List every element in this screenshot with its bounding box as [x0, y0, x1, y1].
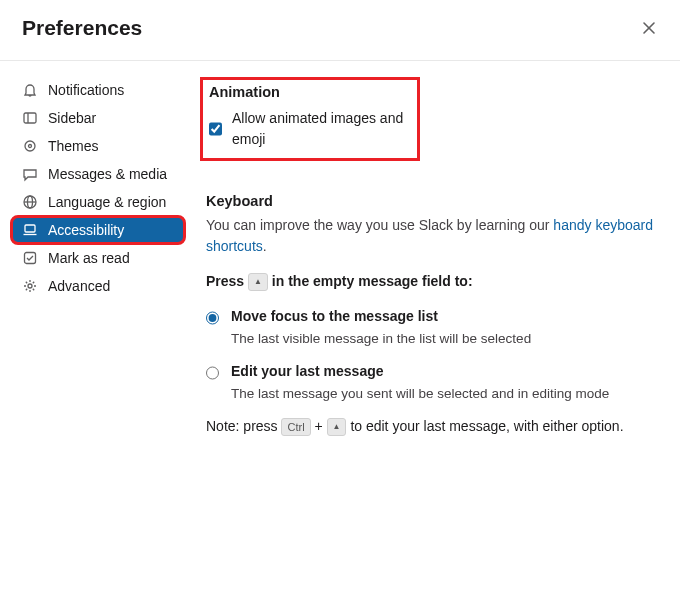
- animation-heading: Animation: [209, 82, 411, 104]
- edit-last-label: Edit your last message: [231, 361, 384, 382]
- svg-point-4: [25, 141, 35, 151]
- press-line: Press ▲ in the empty message field to:: [206, 271, 656, 292]
- globe-icon: [22, 194, 38, 210]
- sidebar-item-label: Messages & media: [48, 166, 167, 182]
- radio-option-move-focus[interactable]: Move focus to the message list: [206, 306, 656, 327]
- up-arrow-key: ▲: [248, 273, 268, 291]
- up-arrow-key-2: ▲: [327, 418, 347, 436]
- move-focus-label: Move focus to the message list: [231, 306, 438, 327]
- keyboard-heading: Keyboard: [206, 191, 656, 213]
- svg-point-12: [28, 284, 32, 288]
- laptop-icon: [22, 222, 38, 238]
- sidebar-item-notifications[interactable]: Notifications: [12, 77, 184, 103]
- sidebar-item-label: Sidebar: [48, 110, 96, 126]
- sidebar-item-label: Language & region: [48, 194, 166, 210]
- ctrl-key: Ctrl: [281, 418, 310, 436]
- move-focus-hint: The last visible message in the list wil…: [231, 329, 656, 349]
- sidebar-item-mark-as-read[interactable]: Mark as read: [12, 245, 184, 271]
- panel-icon: [22, 110, 38, 126]
- gear-icon: [22, 278, 38, 294]
- sidebar-item-messages-media[interactable]: Messages & media: [12, 161, 184, 187]
- sidebar-item-label: Themes: [48, 138, 99, 154]
- sidebar-item-sidebar[interactable]: Sidebar: [12, 105, 184, 131]
- sidebar: Notifications Sidebar Themes Messages & …: [0, 77, 192, 437]
- svg-rect-9: [25, 225, 35, 232]
- sidebar-item-label: Accessibility: [48, 222, 124, 238]
- sidebar-item-accessibility[interactable]: Accessibility: [12, 217, 184, 243]
- close-button[interactable]: [640, 19, 658, 37]
- move-focus-radio[interactable]: [206, 309, 219, 327]
- header: Preferences: [0, 0, 680, 61]
- allow-animated-label: Allow animated images and emoji: [232, 108, 411, 150]
- animation-checkbox-row[interactable]: Allow animated images and emoji: [209, 108, 411, 150]
- sidebar-item-label: Notifications: [48, 82, 124, 98]
- bell-icon: [22, 82, 38, 98]
- sidebar-item-label: Advanced: [48, 278, 110, 294]
- keyboard-intro: You can improve the way you use Slack by…: [206, 215, 656, 257]
- sidebar-item-language-region[interactable]: Language & region: [12, 189, 184, 215]
- animation-section: Animation Allow animated images and emoj…: [200, 77, 420, 161]
- allow-animated-checkbox[interactable]: [209, 122, 222, 136]
- edit-last-hint: The last message you sent will be select…: [231, 384, 656, 404]
- eye-icon: [22, 138, 38, 154]
- keyboard-section: Keyboard You can improve the way you use…: [206, 191, 656, 437]
- sidebar-item-advanced[interactable]: Advanced: [12, 273, 184, 299]
- svg-rect-11: [25, 253, 36, 264]
- radio-option-edit-last[interactable]: Edit your last message: [206, 361, 656, 382]
- sidebar-item-label: Mark as read: [48, 250, 130, 266]
- page-title: Preferences: [22, 16, 142, 40]
- check-icon: [22, 250, 38, 266]
- close-icon: [642, 21, 656, 35]
- svg-point-5: [29, 145, 32, 148]
- sidebar-item-themes[interactable]: Themes: [12, 133, 184, 159]
- svg-rect-2: [24, 113, 36, 123]
- message-icon: [22, 166, 38, 182]
- main-panel: Animation Allow animated images and emoj…: [192, 77, 680, 437]
- edit-last-radio[interactable]: [206, 364, 219, 382]
- keyboard-note: Note: press Ctrl + ▲ to edit your last m…: [206, 416, 656, 437]
